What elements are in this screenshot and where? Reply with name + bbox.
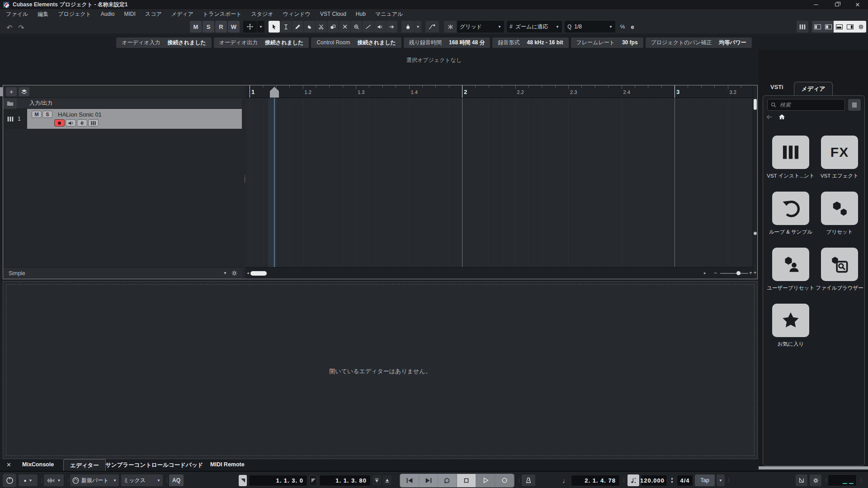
- tempo-spinner[interactable]: ▲▼: [669, 477, 675, 483]
- folder-track-row[interactable]: 入力/出力: [3, 98, 242, 109]
- monitor-button[interactable]: [66, 119, 76, 127]
- transport-setup-button[interactable]: [810, 474, 821, 486]
- auto-scroll-options-button[interactable]: ▼: [257, 21, 264, 33]
- punch-out-button[interactable]: [383, 475, 392, 485]
- media-tile-button-6[interactable]: [772, 304, 809, 337]
- info-segment-1[interactable]: オーディオ出力接続されました: [214, 38, 309, 48]
- tab-media[interactable]: メディア: [794, 82, 833, 96]
- track-name[interactable]: HALion Sonic 01: [58, 111, 102, 118]
- cycle-button[interactable]: [438, 474, 457, 487]
- right-zone-resize-handle[interactable]: [759, 466, 868, 469]
- vertical-zoom-in-button[interactable]: +: [754, 270, 756, 275]
- menu-item-7[interactable]: トランスポート: [203, 10, 242, 18]
- right-locator-display[interactable]: 1. 1. 3. 80: [319, 475, 371, 486]
- show-inspector-button[interactable]: [823, 21, 834, 33]
- media-home-button[interactable]: [778, 114, 785, 120]
- midi-record-mode-button[interactable]: 新規パート ▼: [70, 474, 119, 486]
- mute-all-button[interactable]: M: [190, 21, 202, 33]
- info-segment-4[interactable]: 録音形式48 kHz - 16 bit: [492, 38, 568, 48]
- scroll-right-arrow[interactable]: ▸: [704, 271, 706, 275]
- play-button[interactable]: [476, 474, 495, 487]
- swing-button[interactable]: ℅: [618, 21, 627, 33]
- zoom-out-button[interactable]: −: [714, 270, 717, 276]
- time-signature-display[interactable]: 4/4: [677, 475, 693, 486]
- lower-zone-tab-3[interactable]: コードパッド: [169, 461, 203, 469]
- visibility-agent-dropdown[interactable]: ▼: [223, 271, 227, 275]
- menu-item-1[interactable]: 編集: [38, 10, 48, 18]
- tempo-display[interactable]: 120.000: [641, 475, 667, 486]
- menu-item-10[interactable]: VST Cloud: [320, 11, 346, 17]
- show-right-zone-button[interactable]: [844, 21, 855, 33]
- zoom-in-button[interactable]: +: [749, 270, 752, 276]
- input-activity-button[interactable]: [796, 474, 807, 486]
- lower-zone-tab-1[interactable]: エディター: [63, 459, 106, 471]
- track-solo-button[interactable]: S: [42, 111, 52, 118]
- read-automation-button[interactable]: R: [215, 21, 227, 33]
- menu-item-11[interactable]: Hub: [356, 11, 366, 17]
- media-search-input[interactable]: [779, 101, 833, 108]
- erase-tool[interactable]: [304, 21, 315, 33]
- snap-on-off-button[interactable]: [444, 21, 457, 33]
- grid-type-select[interactable]: # ズームに適応 ▼: [507, 21, 562, 33]
- range-selection-tool[interactable]: [280, 21, 292, 33]
- menu-item-4[interactable]: MIDI: [124, 11, 136, 17]
- line-tool[interactable]: [363, 21, 374, 33]
- visibility-agent-label[interactable]: Simple: [9, 270, 25, 277]
- auto-scroll-button[interactable]: [243, 21, 257, 33]
- media-list-view-button[interactable]: [848, 99, 861, 111]
- info-segment-0[interactable]: オーディオ入力接続されました: [116, 38, 212, 48]
- lower-zone-tab-4[interactable]: MIDI Remote: [210, 461, 245, 468]
- play-tool[interactable]: [374, 21, 386, 33]
- midi-cycle-record-mode-button[interactable]: ミックス ▼: [121, 474, 163, 486]
- info-segment-6[interactable]: プロジェクトのパン補正均等パワー: [646, 38, 752, 48]
- media-tile-button-1[interactable]: FX: [821, 136, 858, 169]
- split-tool[interactable]: [316, 21, 327, 33]
- snap-type-select[interactable]: グリッド ▼: [457, 21, 504, 33]
- instrument-track-row[interactable]: 1 M S HALion Sonic 01 e: [3, 109, 242, 129]
- solo-all-button[interactable]: S: [203, 21, 214, 33]
- scroll-left-arrow[interactable]: ◂: [247, 271, 249, 275]
- goto-left-locator-button[interactable]: [239, 475, 247, 486]
- playhead-marker[interactable]: [270, 87, 279, 98]
- zoom-tool[interactable]: [351, 21, 362, 33]
- playhead-position-display[interactable]: 2. 1. 4. 78: [571, 475, 620, 486]
- vertical-zoom-thumb[interactable]: [754, 232, 757, 235]
- zoom-slider-thumb[interactable]: [736, 271, 741, 275]
- menu-item-6[interactable]: メディア: [171, 10, 193, 18]
- color-tool[interactable]: [401, 21, 414, 33]
- stop-button[interactable]: [457, 474, 476, 487]
- menu-item-9[interactable]: ウィンドウ: [283, 10, 311, 18]
- track-mute-button[interactable]: M: [32, 111, 42, 118]
- media-tile-button-2[interactable]: [772, 192, 809, 225]
- lower-zone-tab-2[interactable]: サンプラーコントロール: [105, 461, 169, 469]
- menu-item-2[interactable]: プロジェクト: [58, 10, 91, 18]
- timeline-ruler[interactable]: 11.21.31.422.22.32.433.2: [245, 85, 753, 98]
- write-automation-button[interactable]: W: [228, 21, 240, 33]
- mute-tool[interactable]: [339, 21, 350, 33]
- tap-tempo-button[interactable]: Tap: [695, 474, 715, 486]
- record-arm-button[interactable]: [54, 119, 65, 127]
- lower-zone-tab-0[interactable]: MixConsole: [22, 461, 54, 468]
- undo-button[interactable]: ↶: [5, 22, 14, 33]
- audio-record-mode-button[interactable]: ▼: [44, 474, 64, 486]
- tempo-mode-dropdown[interactable]: ▼: [717, 474, 725, 486]
- maximize-button[interactable]: [826, 0, 847, 9]
- edit-instrument-button[interactable]: [88, 119, 99, 127]
- info-segment-3[interactable]: 残り録音時間168 時間 48 分: [404, 38, 491, 48]
- scrub-tool[interactable]: [386, 21, 397, 33]
- edit-channel-button[interactable]: e: [77, 119, 87, 127]
- metronome-click-button[interactable]: [522, 474, 535, 486]
- show-left-zone-button[interactable]: [812, 21, 823, 33]
- close-button[interactable]: ✕: [847, 0, 868, 9]
- goto-next-marker-button[interactable]: [419, 474, 438, 487]
- goto-right-locator-button[interactable]: [309, 475, 317, 486]
- menu-item-3[interactable]: Audio: [101, 11, 115, 17]
- automation-follows-events-button[interactable]: [425, 21, 439, 33]
- media-back-button[interactable]: [766, 114, 773, 120]
- show-lower-zone-button[interactable]: [834, 21, 844, 33]
- track-list-splitter[interactable]: ⋮⋮⋮⋮⋮⋮: [242, 85, 245, 279]
- glue-tool[interactable]: [327, 21, 339, 33]
- common-record-mode-button[interactable]: ●▼: [19, 474, 38, 486]
- menu-item-0[interactable]: ファイル: [6, 10, 28, 18]
- track-list-settings-gear-icon[interactable]: [231, 270, 237, 276]
